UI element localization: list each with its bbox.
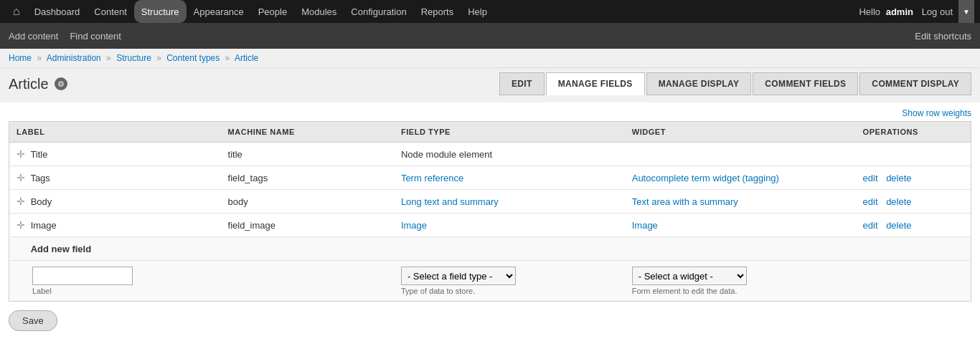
nav-modules[interactable]: Modules [294, 0, 344, 23]
page-title-row: Article ⚙ [9, 76, 67, 92]
body-edit-link[interactable]: edit [863, 196, 878, 207]
edit-shortcuts-link[interactable]: Edit shortcuts [915, 31, 971, 42]
row-body-ops: edit delete [856, 190, 971, 214]
tab-manage-display[interactable]: MANAGE DISPLAY [646, 72, 752, 95]
field-label-title: Title [30, 149, 47, 160]
breadcrumb: Home » Administration » Structure » Cont… [9, 53, 971, 63]
breadcrumb-sep-1: » [37, 53, 42, 63]
row-title-ops [856, 143, 971, 166]
settings-icon[interactable]: ⚙ [55, 77, 67, 90]
add-field-label-input[interactable] [32, 267, 133, 285]
show-row-weights-link[interactable]: Show row weights [902, 108, 971, 118]
nav-help[interactable]: Help [461, 0, 494, 23]
find-content-link[interactable]: Find content [70, 31, 121, 42]
add-field-sublabel: Label [32, 287, 214, 295]
user-menu-dropdown[interactable]: ▼ [958, 0, 974, 23]
tab-comment-fields[interactable]: COMMENT FIELDS [753, 72, 858, 95]
select-field-type-dropdown[interactable]: - Select a field type - [401, 267, 516, 285]
breadcrumb-content-types[interactable]: Content types [166, 53, 220, 63]
row-image-type: Image [394, 214, 625, 237]
field-type-hint: Type of data to store. [401, 287, 618, 295]
table-row: ✛ Tags field_tags Term reference Autocom… [9, 166, 971, 190]
image-widget-link[interactable]: Image [632, 220, 658, 231]
hello-text: Hello [859, 6, 880, 17]
row-body-type: Long text and summary [394, 190, 625, 214]
nav-appearance[interactable]: Appearance [187, 0, 251, 23]
drag-handle-tags[interactable]: ✛ [17, 172, 25, 183]
secondary-navigation: Add content Find content Edit shortcuts [0, 23, 980, 49]
select-widget-dropdown[interactable]: - Select a widget - [632, 267, 747, 285]
nav-dashboard[interactable]: Dashboard [27, 0, 88, 23]
row-weights-bar: Show row weights [9, 102, 971, 121]
row-title-label: ✛ Title [9, 143, 221, 166]
row-body-widget: Text area with a summary [625, 190, 856, 214]
top-nav-left: ⌂ Dashboard Content Structure Appearance… [6, 0, 494, 23]
table-header-row: LABEL MACHINE NAME FIELD TYPE WIDGET OPE… [9, 122, 971, 143]
row-image-widget: Image [625, 214, 856, 237]
row-title-widget [625, 143, 856, 166]
admin-name: admin [886, 6, 913, 17]
tags-type-link[interactable]: Term reference [401, 173, 463, 183]
logout-link[interactable]: Log out [922, 6, 953, 17]
add-content-link[interactable]: Add content [9, 31, 58, 42]
widget-hint: Form element to edit the data. [632, 287, 849, 295]
col-header-ops: OPERATIONS [856, 122, 971, 143]
nav-content[interactable]: Content [87, 0, 134, 23]
breadcrumb-sep-3: » [156, 53, 161, 63]
nav-configuration[interactable]: Configuration [344, 0, 413, 23]
save-button[interactable]: Save [9, 310, 57, 331]
tab-comment-display[interactable]: COMMENT DISPLAY [859, 72, 971, 95]
add-field-input-cell: Label [9, 261, 221, 302]
page-title: Article [9, 76, 49, 92]
nav-people[interactable]: People [251, 0, 294, 23]
tags-widget-link[interactable]: Autocomplete term widget (tagging) [632, 173, 779, 183]
tab-manage-fields[interactable]: MANAGE FIELDS [546, 72, 645, 95]
page-header: Article ⚙ EDIT MANAGE FIELDS MANAGE DISP… [0, 68, 980, 102]
table-row: ✛ Body body Long text and summary Text a… [9, 190, 971, 214]
row-tags-widget: Autocomplete term widget (tagging) [625, 166, 856, 190]
field-label-tags: Tags [30, 173, 50, 183]
nav-reports[interactable]: Reports [414, 0, 461, 23]
drag-handle-title[interactable]: ✛ [17, 148, 25, 160]
row-tags-type: Term reference [394, 166, 625, 190]
field-label-image: Image [31, 220, 57, 231]
col-header-type: FIELD TYPE [394, 122, 625, 143]
body-delete-link[interactable]: delete [886, 196, 911, 207]
tab-buttons: EDIT MANAGE FIELDS MANAGE DISPLAY COMMEN… [499, 72, 971, 95]
breadcrumb-bar: Home » Administration » Structure » Cont… [0, 49, 980, 68]
col-header-machine: MACHINE NAME [221, 122, 394, 143]
row-tags-machine: field_tags [221, 166, 394, 190]
row-tags-ops: edit delete [856, 166, 971, 190]
top-nav-right: Hello admin Log out ▼ [859, 0, 974, 23]
drag-handle-image[interactable]: ✛ [17, 219, 25, 231]
tab-edit[interactable]: EDIT [499, 72, 545, 95]
breadcrumb-article[interactable]: Article [235, 53, 258, 63]
add-new-field-label: Add new field [31, 244, 92, 254]
secondary-nav-links: Add content Find content [9, 31, 121, 42]
row-image-machine: field_image [221, 214, 394, 237]
add-field-header-cell: ✛ Add new field [9, 237, 971, 261]
row-tags-label: ✛ Tags [9, 166, 221, 190]
image-edit-link[interactable]: edit [863, 220, 878, 231]
tags-edit-link[interactable]: edit [863, 173, 878, 183]
row-title-machine: title [221, 143, 394, 166]
home-nav-item[interactable]: ⌂ [6, 0, 27, 23]
row-body-machine: body [221, 190, 394, 214]
table-row: ✛ Image field_image Image Image edit del… [9, 214, 971, 237]
add-field-widget-cell: - Select a widget - Form element to edit… [625, 261, 856, 302]
add-new-field-inputs-row: Label - Select a field type - Type of da… [9, 261, 971, 302]
breadcrumb-home[interactable]: Home [9, 53, 32, 63]
breadcrumb-structure[interactable]: Structure [116, 53, 151, 63]
nav-structure[interactable]: Structure [134, 0, 187, 23]
drag-handle-body[interactable]: ✛ [17, 196, 25, 207]
image-type-link[interactable]: Image [401, 220, 427, 231]
breadcrumb-administration[interactable]: Administration [47, 53, 101, 63]
image-delete-link[interactable]: delete [886, 220, 911, 231]
main-content: Show row weights LABEL MACHINE NAME FIEL… [0, 102, 980, 302]
body-widget-link[interactable]: Text area with a summary [632, 196, 738, 207]
save-bar: Save [0, 302, 980, 340]
col-header-widget: WIDGET [625, 122, 856, 143]
top-navigation: ⌂ Dashboard Content Structure Appearance… [0, 0, 980, 23]
tags-delete-link[interactable]: delete [886, 173, 911, 183]
body-type-link[interactable]: Long text and summary [401, 196, 499, 207]
